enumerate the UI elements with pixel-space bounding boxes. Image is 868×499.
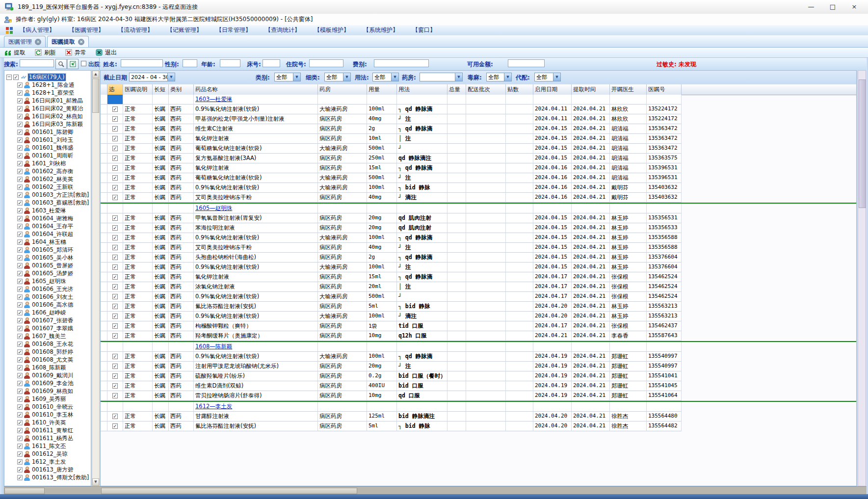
menu-item[interactable]: 【医嘱管理】 — [69, 26, 104, 34]
order-row[interactable]: ✓ 正常 长嘱 西药 0.9%氯化钠注射液(软袋) 大输液药房 500ml ┘ … — [101, 292, 682, 302]
column-header[interactable]: 医嘱号 — [647, 84, 682, 95]
patient-tree-item[interactable]: ✓ 1611_陈文丕 — [6, 442, 91, 450]
dropdown[interactable]: 全部 ▼ — [372, 73, 399, 81]
patient-checkbox[interactable]: ✓ — [17, 279, 22, 284]
patient-tree-item[interactable]: ✓ 001605_曾屏娇 — [6, 262, 91, 269]
dropdown[interactable]: 全部 ▼ — [274, 73, 301, 81]
order-row[interactable]: ✓ 正常 长嘱 西药 葡萄糖氯化钠注射液(软袋) 大输液药房 500ml ┘ 2… — [101, 144, 682, 154]
order-row[interactable]: ✓ 正常 长嘱 西药 0.9%氯化钠注射液(软袋) 大输液药房 100ml ┐ … — [101, 105, 682, 114]
patient-checkbox[interactable]: ✓ — [17, 247, 22, 252]
group-title[interactable]: 1605—赵明珠 — [195, 205, 232, 211]
order-checkbox[interactable]: ✓ — [112, 126, 118, 131]
patient-tree-item[interactable]: ✓ 16日间床03_陈新颖 — [6, 120, 91, 128]
patient-checkbox[interactable]: ✓ — [17, 381, 22, 386]
field-input[interactable] — [309, 59, 343, 67]
order-checkbox[interactable]: ✓ — [112, 156, 118, 161]
ward-label[interactable]: 16病区(79人) — [28, 74, 66, 81]
order-row[interactable]: ✓ 正常 长嘱 西药 葡萄糖氯化钠注射液(软袋) 大输液药房 500ml ┘ 注… — [101, 173, 682, 183]
patient-checkbox[interactable]: ✓ — [17, 82, 22, 87]
order-row[interactable]: ✓ 正常 长嘱 西药 氟比洛芬酯注射液(安抚) 病区药房 5ml ┐ bid 静… — [101, 421, 682, 431]
column-header[interactable]: 药品名称 — [194, 84, 318, 95]
order-row[interactable]: ✓ 正常 长嘱 西药 注射用甲泼尼龙琥珀酸钠(尤米乐) 病区药房 20mg ┘ … — [101, 362, 682, 371]
scroll-up-icon[interactable]: ▲ — [92, 71, 99, 78]
patient-checkbox[interactable]: ✓ — [17, 420, 22, 425]
column-header[interactable]: 药房 — [318, 84, 367, 95]
column-header[interactable]: 提取时间 — [572, 84, 610, 95]
order-checkbox[interactable]: ✓ — [112, 354, 118, 359]
order-checkbox[interactable]: ✓ — [112, 116, 118, 122]
patient-checkbox[interactable]: ✓ — [17, 192, 22, 197]
dropdown[interactable]: 全部 ▼ — [486, 73, 512, 81]
order-row[interactable]: ✓ 正常 长嘱 西药 苯海拉明注射液 病区药房 20mg qd 肌肉注射 202… — [101, 223, 682, 233]
scroll-down-icon[interactable]: ▼ — [92, 478, 99, 486]
main-hscroll-thumb[interactable] — [101, 488, 357, 494]
patient-tree-item[interactable]: ✓ 1603_杜爱琳 — [6, 207, 91, 214]
group-title[interactable]: 1603—杜爱琳 — [195, 96, 232, 103]
patient-tree-item[interactable]: ✓ 001603_蔡赐恩[救助] — [6, 199, 91, 207]
order-checkbox[interactable]: ✓ — [112, 175, 118, 181]
patient-checkbox[interactable]: ✓ — [17, 98, 22, 103]
maximize-button[interactable]: □ — [822, 1, 843, 12]
patient-checkbox[interactable]: ✓ — [17, 326, 22, 331]
search-input[interactable] — [20, 59, 54, 67]
column-header[interactable]: 选 — [107, 84, 123, 95]
order-row[interactable]: ✓ 正常 长嘱 西药 氯化钾注射液 病区药房 15ml ┐ qd 静脉滴 202… — [101, 272, 682, 282]
patient-checkbox[interactable]: ✓ — [17, 208, 22, 213]
column-header[interactable] — [101, 84, 107, 95]
patient-checkbox[interactable]: ✓ — [17, 334, 22, 339]
reload-patients-button[interactable] — [67, 59, 79, 69]
order-row[interactable]: ✓ 正常 长嘱 西药 复方氨基酸注射液(3AA) 病区药房 250ml qd 静… — [101, 154, 682, 163]
toolbar-button[interactable]: 提取 — [4, 49, 26, 57]
title-bar[interactable]: 189_119_医保对账平台服务器 - xygj.fyey.cn:8389 - … — [0, 0, 868, 14]
patient-tree-item[interactable]: ✓ 001602_林美英 — [6, 175, 91, 183]
patient-checkbox[interactable]: ✓ — [17, 255, 22, 260]
patient-checkbox[interactable]: ✓ — [17, 287, 22, 291]
patient-checkbox[interactable]: ✓ — [17, 451, 22, 456]
patient-checkbox[interactable]: ✓ — [17, 436, 22, 441]
patient-tree-item[interactable]: ✓ 001608_郭舒婷 — [6, 348, 91, 356]
patient-tree-item[interactable]: ✓ 001610_辛晓云 — [6, 403, 91, 411]
order-checkbox[interactable]: ✓ — [112, 274, 118, 280]
order-checkbox[interactable]: ✓ — [112, 146, 118, 151]
patient-checkbox[interactable]: ✓ — [17, 137, 22, 142]
patient-tree-item[interactable]: ✓ 001607_李翠娥 — [6, 324, 91, 332]
chevron-down-icon[interactable]: ▼ — [455, 73, 462, 81]
patient-tree-item[interactable]: ✓ 001613_傅斯文[救助] — [6, 473, 91, 481]
order-checkbox[interactable]: ✓ — [112, 235, 118, 240]
field-input[interactable] — [183, 59, 197, 67]
order-row[interactable]: ✓ 正常 长嘱 西药 雷贝拉唑钠肠溶片(舒泰得) 病区药房 10mg qd 口服… — [101, 391, 682, 401]
order-checkbox[interactable]: ✓ — [112, 255, 118, 260]
patient-tree-item[interactable]: ✓ 1609_吴秀丽 — [6, 395, 91, 403]
patient-group-row[interactable]: 1608—陈新颖 — [101, 342, 682, 352]
patient-checkbox[interactable]: ✓ — [17, 263, 22, 268]
menu-item[interactable]: 【记账管理】 — [167, 26, 202, 34]
patient-tree-item[interactable]: ✓ 001601_刘玲玉 — [6, 136, 91, 144]
order-row[interactable]: ✓ 正常 长嘱 西药 维生素C注射液 病区药房 2g ┐ qd 静脉滴 2024… — [101, 124, 682, 134]
order-checkbox[interactable]: ✓ — [112, 383, 118, 389]
patient-checkbox[interactable]: ✓ — [17, 122, 22, 127]
patient-checkbox[interactable]: ✓ — [17, 90, 22, 95]
patient-checkbox[interactable]: ✓ — [17, 169, 22, 174]
patient-checkbox[interactable]: ✓ — [17, 271, 22, 276]
dropdown[interactable]: 全部 ▼ — [324, 73, 351, 81]
order-checkbox[interactable]: ✓ — [112, 215, 118, 221]
patient-tree-item[interactable]: ✓ 1601_刘秋榕 — [6, 159, 91, 167]
patient-tree-item[interactable]: ✓ 001608_王永花 — [6, 340, 91, 348]
ward-checkbox[interactable]: ✓ — [13, 75, 19, 80]
column-header[interactable]: 类别 — [169, 84, 194, 95]
patient-tree-item[interactable]: ✓ 001609_李金池 — [6, 379, 91, 387]
main-vertical-scrollbar[interactable] — [858, 70, 866, 486]
field-input[interactable] — [121, 59, 163, 67]
collapse-icon[interactable]: − — [6, 75, 12, 80]
toolbar-button[interactable]: 异常 — [65, 49, 86, 57]
order-checkbox[interactable]: ✓ — [112, 314, 118, 319]
patient-tree-item[interactable]: ✓ 001604_谢雅梅 — [6, 214, 91, 222]
toolbar-button[interactable]: 刷新 — [34, 49, 56, 57]
order-row[interactable]: ✓ 正常 长嘱 西药 甘露醇注射液 病区药房 125ml bid 静脉滴注 20… — [101, 412, 682, 421]
patient-tree-item[interactable]: ✓ 1612_李土发 — [6, 458, 91, 466]
scrollbar-thumb[interactable] — [92, 79, 99, 113]
patient-checkbox[interactable]: ✓ — [17, 310, 22, 315]
tab-close-icon[interactable]: × — [78, 39, 84, 45]
patient-tree-item[interactable]: ✓ 1604_林玉穗 — [6, 238, 91, 246]
order-row[interactable]: ✓ 正常 长嘱 西药 氟比洛芬酯注射液(安抚) 病区药房 5ml ┐ bid 静… — [101, 302, 682, 312]
